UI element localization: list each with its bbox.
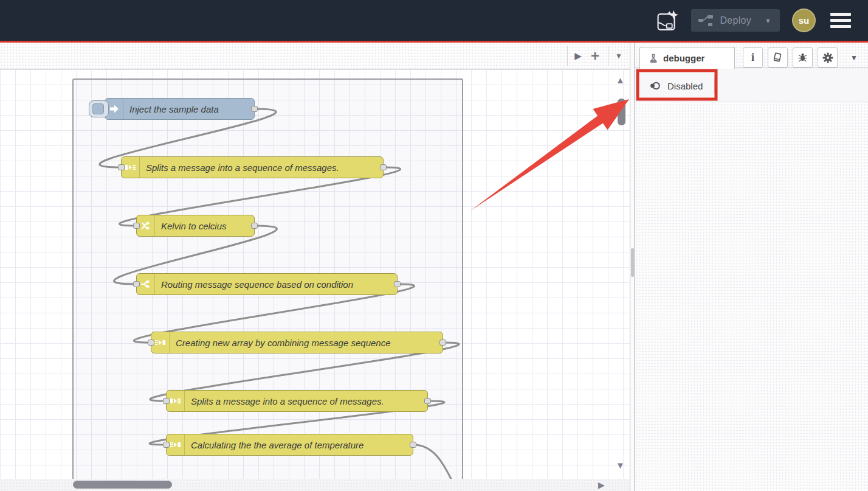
flow-editor-area: ▶ + ▼ ▲ ▼ Inject the sample dataSplits a… [0,43,630,491]
chevron-down-icon: ▼ [850,54,858,62]
add-flow-button[interactable]: + [585,43,605,69]
disabled-label: Disabled [667,81,703,91]
deploy-button[interactable]: Deploy ▼ [691,9,780,32]
gear-icon [822,52,833,63]
node-input-port[interactable] [148,340,154,346]
play-icon: ▶ [574,50,582,61]
node-output-port[interactable] [251,223,258,229]
header-bar: Deploy ▼ su [0,0,868,41]
node-label: Splits a message into a sequence of mess… [185,396,390,406]
deploy-options-chevron-icon[interactable]: ▼ [760,17,776,24]
info-button[interactable]: i [743,47,763,68]
bug-icon [797,52,808,63]
canvas-vertical-scrollbar [630,43,635,491]
node-label: Inject the sample data [123,104,225,114]
tab-debugger[interactable]: debugger [639,47,735,69]
debug-toolbar: Disabled [635,69,868,102]
plus-icon: + [591,47,599,64]
debug-filter-disabled-button[interactable]: Disabled [645,77,706,95]
horizontal-scrollbar: ▶ [0,479,630,491]
chevron-down-icon: ▼ [615,52,622,60]
flow-node-split[interactable]: Splits a message into a sequence of mess… [166,390,428,412]
vertical-scroll-thumb[interactable] [618,99,625,125]
toggle-icon [649,81,662,91]
bug-button[interactable] [793,47,813,68]
inject-trigger-button[interactable] [89,100,109,117]
scroll-down-icon[interactable]: ▼ [616,461,625,470]
node-output-port[interactable] [251,106,258,112]
list-flows-button[interactable]: ▼ [608,43,629,69]
header-accent-line [0,41,868,43]
user-avatar[interactable]: su [792,9,816,32]
node-label: Routing message sequence based on condit… [155,279,359,290]
scroll-right-icon[interactable]: ▶ [598,480,605,490]
node-input-port[interactable] [118,164,125,170]
sidebar: debugger i [635,43,868,491]
node-output-port[interactable] [394,281,401,287]
flow-canvas[interactable]: ▲ ▼ Inject the sample dataSplits a messa… [0,69,630,479]
node-output-port[interactable] [380,164,387,170]
flow-node-join[interactable]: Creating new array by combining message … [151,332,443,353]
node-label: Kelvin to celcius [155,221,233,231]
toolbar-divider [714,77,715,94]
deploy-nodes-icon [698,15,714,27]
hamburger-menu-icon [830,13,851,16]
settings-button[interactable] [818,47,838,68]
node-label: Splits a message into a sequence of mess… [140,162,345,173]
ai-flow-icon[interactable] [656,9,679,32]
node-output-port[interactable] [410,442,416,448]
expand-chevron-button[interactable]: ▼ [846,47,863,68]
book-icon [773,52,783,63]
canvas-vertical-scroll-thumb[interactable] [631,248,634,277]
flask-icon [649,54,658,63]
scroll-up-icon[interactable]: ▲ [616,75,625,85]
node-label: Creating new array by combining message … [170,338,397,348]
node-label: Calculating the the average of temperatu… [185,440,370,450]
node-input-port[interactable] [163,398,170,404]
flow-tab-bar: ▶ + ▼ [0,43,630,69]
tab-label: debugger [663,53,704,63]
flow-node-change[interactable]: Kelvin to celcius [136,215,255,237]
node-input-port[interactable] [133,223,140,229]
avatar-initials: su [799,15,810,26]
node-input-port[interactable] [133,281,140,287]
flow-node-switch[interactable]: Routing message sequence based on condit… [136,273,398,295]
flow-node-split[interactable]: Splits a message into a sequence of mess… [121,156,384,178]
horizontal-scroll-thumb[interactable] [73,481,172,489]
node-output-port[interactable] [424,398,431,404]
node-input-port[interactable] [163,442,170,448]
deploy-label: Deploy [720,15,752,26]
flow-node-join[interactable]: Calculating the the average of temperatu… [166,434,413,456]
sidebar-tab-strip: debugger i [635,43,868,68]
flow-node-inject[interactable]: Inject the sample data [105,98,255,120]
docs-button[interactable] [768,47,788,68]
node-output-port[interactable] [439,340,446,346]
main-menu-button[interactable] [828,10,853,30]
info-icon: i [751,51,754,64]
